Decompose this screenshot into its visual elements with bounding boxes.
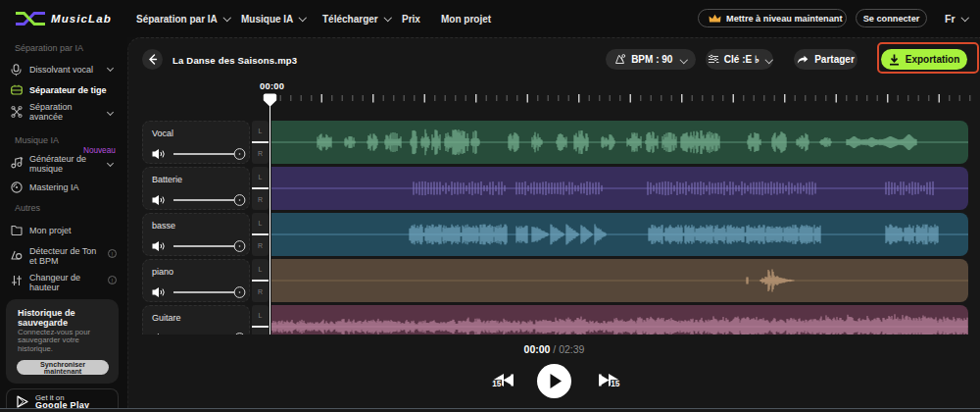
svg-text:15: 15 xyxy=(492,380,502,387)
svg-text:15: 15 xyxy=(611,380,620,387)
